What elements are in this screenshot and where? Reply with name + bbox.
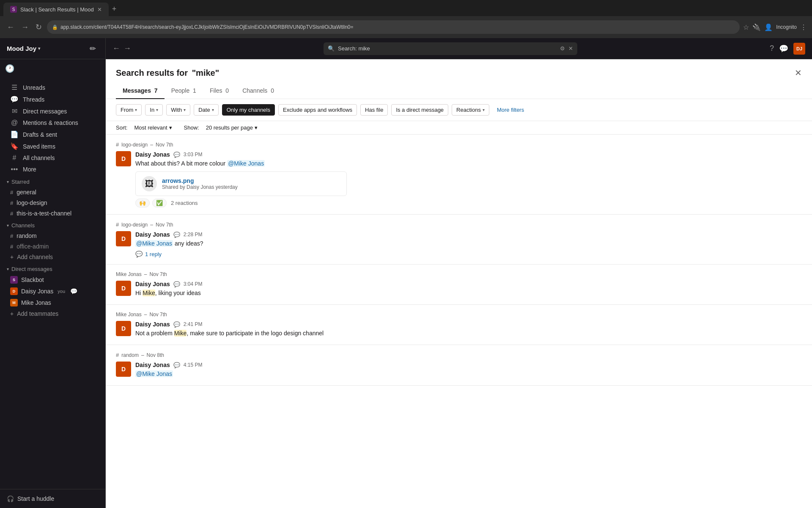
- extensions-icon[interactable]: 🔌: [752, 23, 761, 31]
- search-result-2[interactable]: # logo-design – Nov 7th D Daisy Jonas 💬 …: [106, 215, 812, 265]
- file-attachment[interactable]: 🖼 arrows.png Shared by Daisy Jonas yeste…: [135, 171, 347, 196]
- filter-icon[interactable]: ⚙: [560, 45, 565, 52]
- search-result-3[interactable]: Mike Jonas – Nov 7th D Daisy Jonas 💬 3:0…: [106, 265, 812, 305]
- show-dropdown[interactable]: 20 results per page ▾: [206, 124, 258, 131]
- search-input[interactable]: [338, 45, 557, 52]
- new-tab-button[interactable]: +: [109, 3, 120, 15]
- message-content: Daisy Jonas 💬 4:15 PM @Mike Jonas: [135, 362, 802, 378]
- channel-name: general: [16, 189, 36, 196]
- filter-date-button[interactable]: Date ▾: [194, 104, 218, 116]
- starred-section-header[interactable]: ▾ Starred: [0, 175, 105, 187]
- search-result-5[interactable]: # random – Nov 8th D Daisy Jonas 💬 4:15 …: [106, 345, 812, 386]
- search-tabs: Messages 7 People 1 Files 0 Channels 0: [106, 83, 812, 99]
- channel-item-office-admin[interactable]: # office-admin: [3, 241, 102, 251]
- add-channels-item[interactable]: + Add channels: [3, 252, 102, 262]
- sender-name: Daisy Jonas: [135, 151, 170, 158]
- active-tab[interactable]: S Slack | Search Results | Mood ✕: [3, 3, 109, 16]
- browser-chrome: S Slack | Search Results | Mood ✕ + ← → …: [0, 0, 812, 38]
- more-filters-button[interactable]: More filters: [493, 105, 528, 115]
- tab-channels[interactable]: Channels 0: [236, 83, 281, 99]
- user-avatar[interactable]: DJ: [793, 43, 805, 55]
- sidebar-item-direct-messages[interactable]: ✉ Direct messages: [3, 105, 102, 117]
- menu-icon[interactable]: ⋮: [800, 23, 807, 31]
- channel-item-random[interactable]: # random: [3, 231, 102, 241]
- forward-nav-button[interactable]: →: [123, 44, 131, 53]
- message-text: @Mike Jonas: [135, 370, 802, 378]
- sidebar-item-unreads[interactable]: ☰ Unreads: [3, 82, 102, 93]
- start-huddle-button[interactable]: 🎧 Start a huddle: [7, 493, 99, 505]
- drafts-icon: 📄: [10, 130, 19, 138]
- refresh-button[interactable]: ↻: [34, 21, 44, 33]
- dm-item-mike[interactable]: M Mike Jonas: [3, 297, 102, 308]
- result-channel-info: # random – Nov 8th: [116, 352, 802, 358]
- channel-name: random: [121, 352, 139, 358]
- result-date: Nov 7th: [149, 271, 167, 277]
- dm-item-slackbot[interactable]: S Slackbot: [3, 274, 102, 285]
- search-bar[interactable]: 🔍 ⚙ ✕: [324, 42, 577, 55]
- help-button[interactable]: ?: [770, 44, 774, 53]
- add-teammates-item[interactable]: + Add teammates: [3, 309, 102, 319]
- mentions-label: Mentions & reactions: [23, 119, 78, 126]
- filter-in-button[interactable]: In ▾: [145, 104, 163, 116]
- dm-item-daisy[interactable]: D Daisy Jonas you 💬: [3, 286, 102, 297]
- result-date: Nov 7th: [156, 142, 173, 148]
- search-result-4[interactable]: Mike Jonas – Nov 7th D Daisy Jonas 💬 2:4…: [106, 305, 812, 345]
- filter-reactions-button[interactable]: Reactions ▾: [452, 104, 489, 116]
- channels-label: Channels: [11, 222, 35, 229]
- search-title: Search results for "mike": [116, 68, 219, 78]
- dm-name: Slackbot: [21, 276, 44, 283]
- channel-item-general[interactable]: # general: [3, 187, 102, 197]
- tab-close-button[interactable]: ✕: [97, 6, 102, 13]
- activity-button[interactable]: 💬: [779, 44, 788, 53]
- profile-icon[interactable]: 👤: [764, 23, 773, 31]
- channel-name: this-is-a-test-channel: [16, 210, 71, 217]
- forward-button[interactable]: →: [19, 21, 30, 33]
- tab-messages[interactable]: Messages 7: [116, 83, 165, 99]
- date-dropdown-arrow: ▾: [212, 108, 214, 112]
- bookmarks-icon[interactable]: ☆: [743, 23, 749, 31]
- reaction-2[interactable]: ✅: [152, 199, 167, 207]
- channels-section-header[interactable]: ▾ Channels: [0, 219, 105, 230]
- date-separator: –: [144, 312, 147, 318]
- filter-exclude-apps-button[interactable]: Exclude apps and workflows: [278, 104, 357, 116]
- reaction-1[interactable]: 🙌: [135, 199, 150, 207]
- filter-has-file-button[interactable]: Has file: [360, 104, 388, 116]
- tab-files[interactable]: Files 0: [203, 83, 236, 99]
- sidebar-item-threads[interactable]: 💬 Threads: [3, 94, 102, 105]
- filter-with-button[interactable]: With ▾: [166, 104, 190, 116]
- close-search-button[interactable]: ✕: [795, 68, 802, 78]
- result-message-body: D Daisy Jonas 💬 2:41 PM Not a problem Mi…: [116, 321, 802, 338]
- workspace-name[interactable]: Mood Joy ▾: [7, 45, 40, 52]
- sidebar-item-more[interactable]: ••• More: [3, 164, 102, 175]
- sender-avatar: D: [116, 151, 131, 166]
- channel-item-logo-design[interactable]: # logo-design: [3, 198, 102, 208]
- result-date: Nov 8th: [147, 352, 164, 358]
- tab-people[interactable]: People 1: [165, 83, 203, 99]
- back-nav-button[interactable]: ←: [112, 44, 120, 53]
- sort-show-bar: Sort: Most relevant ▾ Show: 20 results p…: [106, 121, 812, 135]
- filter-is-dm-button[interactable]: Is a direct message: [391, 104, 448, 116]
- sidebar-item-all-channels[interactable]: # All channels: [3, 152, 102, 163]
- starred-label: Starred: [11, 179, 30, 185]
- workspace-dropdown-icon: ▾: [38, 46, 40, 51]
- search-result-1[interactable]: # logo-design – Nov 7th D Daisy Jonas 💬 …: [106, 135, 812, 215]
- address-bar[interactable]: 🔒 app.slack.com/client/T04A4T58F4H/searc…: [47, 20, 740, 34]
- sidebar-item-mentions[interactable]: @ Mentions & reactions: [3, 117, 102, 128]
- unreads-label: Unreads: [23, 84, 45, 91]
- reply-indicator[interactable]: 💬 1 reply: [135, 251, 802, 257]
- daisy-avatar: D: [10, 287, 18, 295]
- channel-item-test[interactable]: # this-is-a-test-channel: [3, 208, 102, 218]
- file-icon: 🖼: [142, 176, 157, 191]
- dm-section-header[interactable]: ▾ Direct messages: [0, 262, 105, 274]
- sort-dropdown[interactable]: Most relevant ▾: [134, 124, 172, 131]
- history-button[interactable]: 🕐: [5, 64, 14, 73]
- sidebar-item-saved[interactable]: 🔖 Saved items: [3, 141, 102, 152]
- filter-only-my-channels-button[interactable]: Only my channels: [222, 104, 275, 116]
- clear-search-icon[interactable]: ✕: [568, 45, 573, 52]
- sidebar-item-drafts[interactable]: 📄 Drafts & sent: [3, 129, 102, 140]
- back-button[interactable]: ←: [5, 21, 16, 33]
- compose-button[interactable]: ✏: [87, 43, 99, 55]
- add-teammates-label: Add teammates: [17, 310, 58, 317]
- add-teammates-icon: +: [10, 310, 14, 317]
- filter-from-button[interactable]: From ▾: [116, 104, 142, 116]
